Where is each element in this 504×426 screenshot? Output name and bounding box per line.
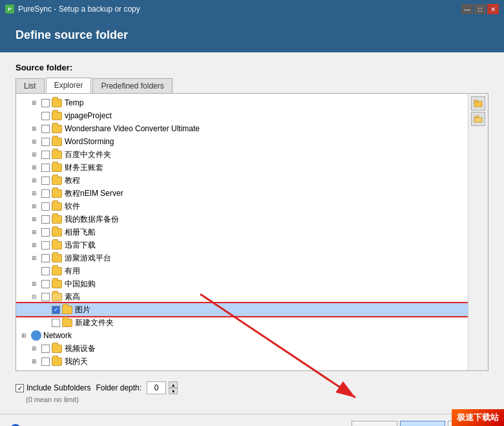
item-checkbox[interactable] (41, 241, 50, 250)
tree-row[interactable]: ⊞ WordStorming (16, 135, 468, 148)
folder-depth-label: Folder depth: (96, 383, 142, 392)
folder-icon (52, 125, 62, 133)
back-button[interactable]: Back ? (352, 421, 397, 426)
item-checkbox[interactable] (41, 151, 50, 159)
folder-icon (52, 151, 62, 159)
content-area: Source folder: List Explorer Predefined … (0, 52, 504, 414)
main-window: Define source folder Source folder: List… (0, 18, 504, 426)
tree-row[interactable]: ⊞ 相册飞船 (16, 226, 468, 239)
expand-icon[interactable]: ⊞ (29, 356, 39, 367)
expand-icon[interactable] (29, 266, 39, 276)
item-checkbox[interactable] (41, 138, 50, 146)
tab-explorer[interactable]: Explorer (46, 78, 92, 93)
title-bar-controls: — □ ✕ (461, 4, 499, 14)
item-checkbox[interactable] (41, 125, 50, 133)
tree-row[interactable]: ⊞ 财务王账套 (16, 161, 468, 174)
next-button[interactable]: Next » (400, 421, 445, 426)
item-checkbox[interactable] (41, 267, 50, 275)
folder-icon (52, 164, 62, 172)
tree-row[interactable]: 有用 (16, 264, 468, 277)
expand-icon[interactable]: ⊞ (29, 253, 39, 263)
include-subfolders-text: Include Subfolders (26, 383, 90, 392)
tree-row[interactable]: ⊞ 教程 (16, 174, 468, 187)
item-checkbox[interactable] (41, 164, 50, 172)
expand-icon[interactable]: ⊞ (29, 175, 39, 186)
item-checkbox[interactable] (41, 228, 50, 237)
tree-row[interactable]: ⊞ 迅雷下载 (16, 239, 468, 251)
item-checkbox[interactable] (41, 176, 50, 185)
network-icon (31, 330, 41, 341)
item-checkbox[interactable] (41, 189, 50, 198)
tree-row[interactable]: ⊞ Temp (16, 96, 468, 109)
expand-icon[interactable]: ⊞ (29, 98, 39, 108)
expand-icon[interactable]: ⊞ (29, 123, 39, 134)
item-checkbox[interactable] (41, 202, 50, 211)
expand-icon[interactable]: ⊞ (19, 330, 29, 341)
expand-icon[interactable]: ⊞ (29, 188, 39, 198)
spin-down-button[interactable]: ▼ (169, 388, 178, 394)
tree-row[interactable]: 新建文件夹 (16, 316, 468, 329)
item-checkbox[interactable] (41, 345, 50, 353)
expand-icon[interactable]: ⊟ (29, 292, 39, 302)
close-button[interactable]: ✕ (487, 4, 499, 14)
maximize-button[interactable]: □ (474, 4, 486, 14)
tab-predefined[interactable]: Predefined folders (92, 78, 172, 93)
page-title: Define source folder (16, 28, 488, 42)
tree-row[interactable]: ⊞ 视频设备 (16, 342, 468, 355)
tree-row[interactable]: ⊞ 我的数据库备份 (16, 213, 468, 226)
folder-shortcut-button[interactable] (471, 96, 485, 111)
minimize-button[interactable]: — (461, 4, 473, 14)
item-checkbox[interactable] (41, 112, 50, 120)
tree-row[interactable]: ⊞ 我的天 (16, 355, 468, 368)
spin-buttons: ▲ ▼ (169, 381, 178, 394)
tree-row[interactable]: ⊞ 软件 (16, 200, 468, 213)
expand-icon[interactable]: ⊞ (29, 136, 39, 147)
expand-icon[interactable]: ⊞ (29, 214, 39, 224)
include-subfolders-label[interactable]: ✓ Include Subfolders (16, 383, 90, 392)
tree-row[interactable]: ⊞ 教程nEIM Server (16, 187, 468, 200)
expand-icon[interactable]: ⊞ (29, 201, 39, 211)
tree-item-label: Wondershare Video Converter Ultimate (65, 124, 200, 133)
depth-input[interactable] (147, 381, 166, 394)
item-checkbox[interactable] (41, 99, 50, 107)
expand-icon[interactable] (29, 111, 39, 121)
tree-right-icons (468, 94, 488, 370)
folder-icon (52, 241, 62, 250)
tree-row-highlighted[interactable]: ✓ 图片 (16, 303, 468, 316)
folder-icon (52, 357, 62, 366)
item-checkbox[interactable] (41, 293, 50, 301)
expand-icon[interactable]: ⊞ (29, 240, 39, 250)
source-folder-label: Source folder: (16, 63, 488, 72)
item-checkbox[interactable] (41, 254, 50, 262)
expand-icon[interactable]: ⊞ (29, 279, 39, 289)
item-checkbox[interactable] (41, 215, 50, 224)
item-checkbox[interactable] (41, 357, 50, 366)
expand-icon[interactable]: ⊞ (29, 162, 39, 173)
folder-icon (52, 280, 62, 288)
item-checkbox[interactable]: ✓ (52, 306, 60, 314)
tab-list[interactable]: List (16, 78, 45, 93)
tree-row[interactable]: ⊞ Wondershare Video Converter Ultimate (16, 122, 468, 135)
expand-icon[interactable] (39, 317, 50, 328)
include-subfolders-checkbox[interactable]: ✓ (16, 384, 24, 392)
folder-icon (52, 215, 62, 224)
expand-icon[interactable]: ⊞ (29, 149, 39, 160)
tree-item-label: 教程 (65, 175, 80, 186)
tree-row[interactable]: ⊟ 素高 (16, 290, 468, 303)
expand-icon[interactable] (39, 304, 50, 315)
tree-area[interactable]: ⊞ Temp vjpageProject ⊞ Wond (16, 94, 468, 370)
tree-item-label: Network (43, 331, 72, 340)
expand-icon[interactable]: ⊞ (29, 343, 39, 354)
tree-row[interactable]: ⊞ 百度中文件夹 (16, 148, 468, 161)
folder-icon (52, 228, 62, 237)
item-checkbox[interactable] (41, 280, 50, 288)
folder-open-button[interactable] (471, 112, 485, 126)
tree-row[interactable]: ⊞ 中国如购 (16, 277, 468, 290)
tree-row[interactable]: vjpageProject (16, 109, 468, 122)
spin-up-button[interactable]: ▲ (169, 381, 178, 388)
expand-icon[interactable]: ⊞ (29, 227, 39, 237)
item-checkbox[interactable] (52, 319, 60, 327)
tree-row-network[interactable]: ⊞ Network (16, 329, 468, 342)
tree-item-label: 素高 (65, 292, 80, 303)
tree-row[interactable]: ⊞ 游聚游戏平台 (16, 251, 468, 264)
